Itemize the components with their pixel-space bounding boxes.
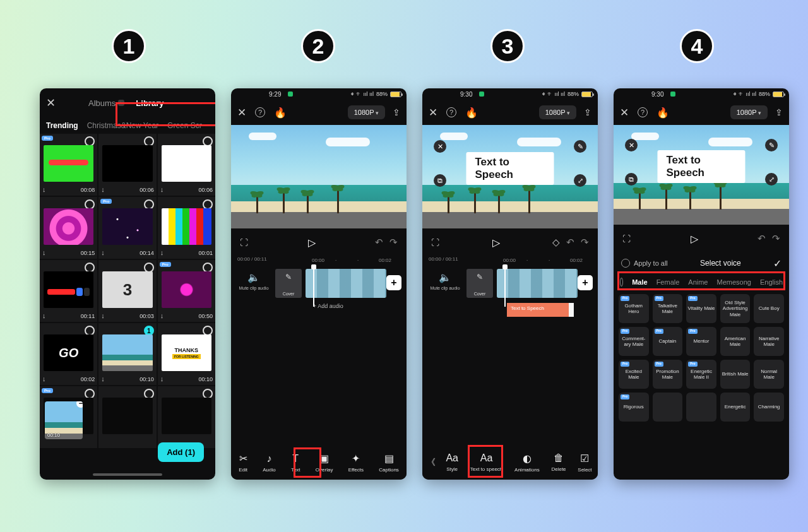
playhead[interactable]: [504, 266, 506, 307]
overlay-edit-handle[interactable]: ✎: [574, 140, 586, 153]
voice-option[interactable]: ProCaptain: [653, 327, 683, 356]
overlay-copy-handle[interactable]: ⧉: [625, 173, 638, 186]
undo-icon[interactable]: ↶: [566, 237, 574, 248]
cover-button[interactable]: ✎Cover: [466, 269, 493, 298]
download-icon[interactable]: ↓: [160, 312, 164, 319]
voice-option[interactable]: [686, 393, 716, 422]
export-icon[interactable]: ⇪: [393, 107, 400, 117]
voice-option[interactable]: British Male: [720, 360, 751, 389]
keyframe-icon[interactable]: ◇: [552, 237, 560, 248]
voice-option[interactable]: ProMentor: [686, 327, 716, 356]
voice-option[interactable]: ProExcited Male: [619, 360, 649, 389]
tab-albums[interactable]: Albums▸: [88, 98, 124, 108]
voice-option[interactable]: Normal Male: [754, 360, 784, 389]
tool-edit[interactable]: ✂Edit: [239, 452, 247, 473]
overlay-delete-handle[interactable]: ✕: [625, 139, 638, 151]
resolution-select[interactable]: 1080P: [348, 105, 385, 119]
help-icon[interactable]: ?: [255, 107, 265, 117]
download-icon[interactable]: ↓: [101, 375, 105, 382]
cat-anime[interactable]: Anime: [688, 278, 708, 286]
voice-option[interactable]: ProGotham Hero: [619, 294, 649, 323]
library-cell[interactable]: 3↓00:03: [98, 260, 156, 322]
cover-button[interactable]: ✎Cover: [275, 269, 302, 298]
voice-none-icon[interactable]: [620, 278, 623, 287]
fullscreen-icon[interactable]: ⛶: [622, 234, 631, 244]
fullscreen-icon[interactable]: ⛶: [431, 238, 439, 247]
library-cell[interactable]: GO↓00:02: [40, 323, 97, 385]
close-icon[interactable]: ✕: [429, 106, 437, 119]
voice-option[interactable]: ProVitality Male: [686, 294, 716, 323]
voice-option[interactable]: Cute Boy: [754, 294, 784, 323]
voice-option[interactable]: Energetic: [720, 393, 751, 422]
help-icon[interactable]: ?: [446, 107, 456, 117]
tool-select[interactable]: ☑Select: [578, 452, 591, 473]
video-preview[interactable]: [231, 125, 407, 228]
export-icon[interactable]: ⇪: [584, 107, 591, 117]
overlay-copy-handle[interactable]: ⧉: [434, 174, 446, 187]
library-cell[interactable]: ↓00:01: [158, 197, 215, 259]
voice-option[interactable]: Old Style Advertising Male: [720, 294, 751, 323]
video-clip[interactable]: [306, 269, 386, 298]
remove-selected-icon[interactable]: −: [76, 401, 83, 408]
tool-style[interactable]: AaStyle: [446, 452, 458, 473]
export-icon[interactable]: ⇪: [775, 107, 783, 117]
download-icon[interactable]: ↓: [101, 186, 105, 193]
download-icon[interactable]: ↓: [160, 249, 164, 256]
timeline-track[interactable]: 🔈Mute clip audio ✎Cover + Add audio: [231, 266, 407, 307]
undo-icon[interactable]: ↶: [375, 237, 383, 248]
overlay-delete-handle[interactable]: ✕: [434, 140, 446, 153]
tool-audio[interactable]: ♪Audio: [263, 453, 275, 473]
download-icon[interactable]: ↓: [42, 312, 46, 319]
tool-delete[interactable]: 🗑Delete: [551, 452, 566, 473]
library-cell[interactable]: ↓00:06: [98, 134, 156, 196]
video-clip[interactable]: [497, 269, 578, 298]
download-icon[interactable]: ↓: [160, 375, 164, 382]
flame-icon[interactable]: 🔥: [656, 107, 669, 119]
help-icon[interactable]: ?: [638, 107, 648, 117]
back-icon[interactable]: 《: [422, 457, 440, 468]
add-audio-button[interactable]: Add audio: [313, 303, 343, 309]
cat-female[interactable]: Female: [656, 278, 680, 286]
tool-text[interactable]: TText: [291, 453, 300, 473]
library-cell[interactable]: THANKSFOR LISTENING↓00:10: [158, 323, 215, 385]
download-icon[interactable]: ↓: [42, 186, 46, 193]
library-cell[interactable]: ↓00:06: [158, 134, 215, 196]
resolution-select[interactable]: 1080P: [730, 105, 768, 119]
voice-option[interactable]: ProEnergetic Male II: [686, 360, 716, 389]
redo-icon[interactable]: ↷: [772, 233, 780, 244]
timeline-track[interactable]: 🔈Mute clip audio ✎Cover + Text to Speech: [422, 266, 598, 307]
overlay-scale-handle[interactable]: ⤢: [765, 173, 778, 186]
add-button[interactable]: Add (1): [158, 442, 204, 462]
play-icon[interactable]: ▷: [308, 237, 316, 249]
voice-option[interactable]: Narrative Male: [754, 327, 784, 356]
cat-male[interactable]: Male: [632, 278, 647, 286]
redo-icon[interactable]: ↷: [389, 237, 398, 248]
selected-thumb[interactable]: − 00:10: [45, 401, 83, 439]
resolution-select[interactable]: 1080P: [539, 105, 576, 119]
voice-option[interactable]: ProRigorous: [619, 393, 649, 422]
add-clip-button[interactable]: +: [578, 275, 593, 290]
library-cell[interactable]: [158, 386, 215, 448]
cat-memesong[interactable]: Memesong: [717, 278, 751, 286]
close-icon[interactable]: ✕: [620, 106, 629, 119]
play-icon[interactable]: ▷: [691, 233, 698, 245]
voice-option[interactable]: ProComment-ary Male: [619, 327, 649, 356]
download-icon[interactable]: ↓: [101, 249, 105, 256]
text-overlay[interactable]: Text to Speech: [658, 150, 746, 183]
library-cell[interactable]: ↓00:11: [40, 260, 97, 322]
voice-option[interactable]: American Male: [720, 327, 751, 356]
tab-library[interactable]: Library: [136, 98, 163, 108]
close-icon[interactable]: ✕: [237, 106, 246, 119]
redo-icon[interactable]: ↷: [581, 237, 589, 248]
apply-to-all[interactable]: Apply to all: [621, 259, 668, 268]
flame-icon[interactable]: 🔥: [465, 107, 478, 119]
voice-option[interactable]: [653, 393, 683, 422]
add-clip-button[interactable]: +: [386, 275, 401, 290]
library-cell[interactable]: Pro↓00:08: [40, 134, 97, 196]
text-to-speech-clip[interactable]: Text to Speech: [507, 303, 574, 317]
tool-effects[interactable]: ✦Effects: [348, 452, 364, 473]
flame-icon[interactable]: 🔥: [274, 107, 287, 119]
tool-overlay[interactable]: ▣Overlay: [316, 452, 333, 473]
download-icon[interactable]: ↓: [42, 375, 46, 382]
overlay-scale-handle[interactable]: ⤢: [574, 174, 586, 187]
